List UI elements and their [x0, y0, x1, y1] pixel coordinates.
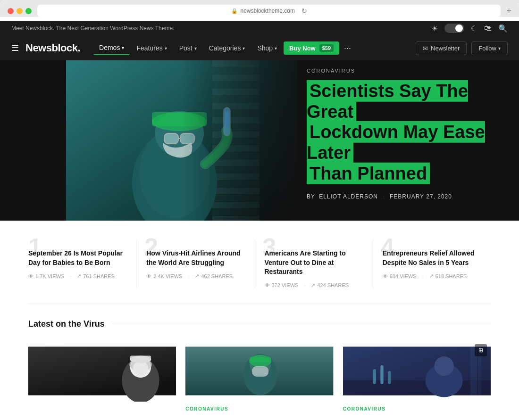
share-icon: ↗ [195, 273, 199, 279]
search-icon[interactable]: 🔍 [498, 24, 508, 33]
refresh-button[interactable]: ↻ [301, 7, 307, 15]
new-tab-button[interactable]: + [506, 6, 511, 16]
hero-title-line2: Lockdown May Ease Later [307, 121, 485, 164]
article-meta: 👁 372 VIEWS · ↗ 424 SHARES [265, 282, 363, 288]
chevron-down-icon: ▾ [498, 46, 501, 51]
topbar-icons: ☀ ☾ 🛍 🔍 [431, 24, 508, 33]
browser-titlebar: 🔒 newsblocktheme.com ↻ + [8, 5, 511, 17]
hero-title-line1: Scientists Say The Great [307, 80, 468, 123]
hero-category-tag[interactable]: CORONAVIRUS [307, 68, 486, 74]
share-icon: ↗ [429, 273, 434, 279]
browser-dots [8, 8, 32, 14]
svg-rect-31 [380, 365, 383, 384]
chevron-down-icon: ▾ [275, 46, 277, 51]
shares-count: ↗ 618 SHARES [429, 273, 467, 279]
views-count: 👁 684 VIEWS [383, 273, 417, 279]
nav-item-features[interactable]: Features ▾ [131, 41, 172, 55]
nav-item-demos[interactable]: Demos ▾ [93, 41, 130, 55]
maximize-button[interactable] [25, 8, 32, 14]
article-meta: 👁 1.7K VIEWS · ↗ 761 SHARES [28, 273, 127, 279]
list-item: ⊞ CORONAVIRUS [343, 340, 491, 412]
svg-rect-30 [373, 369, 376, 384]
browser-chrome: 🔒 newsblocktheme.com ↻ + [0, 0, 519, 17]
shopping-bag-icon[interactable]: 🛍 [484, 24, 492, 33]
article-meta: 👁 684 VIEWS · ↗ 618 SHARES [383, 273, 481, 279]
section-title: Latest on the Virus [28, 319, 105, 329]
follow-button[interactable]: Follow ▾ [471, 41, 508, 55]
nav-item-post[interactable]: Post ▾ [174, 41, 202, 55]
hero-content: CORONAVIRUS Scientists Say The Great Loc… [307, 68, 486, 200]
svg-point-34 [434, 356, 453, 376]
chevron-down-icon: ▾ [243, 46, 245, 51]
trending-body: Americans Are Starting to Venture Out to… [265, 239, 363, 288]
hero-background [66, 60, 297, 221]
eye-icon: 👁 [265, 282, 270, 288]
close-button[interactable] [8, 8, 14, 14]
eye-icon: 👁 [146, 273, 151, 279]
address-bar[interactable]: 🔒 newsblocktheme.com ↻ [37, 5, 501, 17]
thumbnails-row: CORONAVIRUS [28, 340, 491, 412]
nav-links: Demos ▾ Features ▾ Post ▾ Categories ▾ S… [93, 41, 416, 55]
article-tag[interactable]: CORONAVIRUS [185, 406, 333, 412]
hero-author[interactable]: ELLIOT ALDERSON [319, 193, 378, 200]
svg-rect-21 [130, 355, 151, 361]
article-title[interactable]: September 26 Is Most Popular Day for Bab… [28, 249, 127, 267]
gallery-icon[interactable]: ⊞ [475, 344, 487, 356]
svg-rect-26 [250, 357, 271, 362]
svg-rect-29 [343, 380, 491, 395]
article-thumbnail[interactable]: ⊞ [343, 340, 491, 402]
nav-right-actions: ✉ Newsletter Follow ▾ [416, 41, 508, 55]
thumb-image-2 [185, 340, 333, 402]
views-count: 👁 372 VIEWS [265, 282, 299, 288]
article-title[interactable]: How Virus-Hit Airlines Around the World … [146, 249, 245, 267]
trending-body: How Virus-Hit Airlines Around the World … [146, 239, 245, 279]
more-options-button[interactable]: ··· [340, 43, 355, 53]
hero-section: CORONAVIRUS Scientists Say The Great Loc… [0, 60, 519, 221]
nav-item-shop[interactable]: Shop ▾ [251, 41, 283, 55]
list-item: CORONAVIRUS [185, 340, 333, 412]
list-item: 2 How Virus-Hit Airlines Around the Worl… [137, 239, 255, 288]
list-item: 3 Americans Are Starting to Venture Out … [255, 239, 373, 288]
article-title[interactable]: Americans Are Starting to Venture Out to… [265, 249, 363, 277]
moon-icon: ☾ [471, 24, 477, 33]
article-title[interactable]: Entrepreneurs Relief Allowed Despite No … [383, 249, 481, 267]
eye-icon: 👁 [28, 273, 33, 279]
buy-price-badge: $59 [319, 44, 334, 52]
chevron-down-icon: ▾ [122, 45, 124, 50]
site-topbar: Meet Newsblock. The Next Generation Word… [0, 21, 519, 36]
hero-illustration [66, 60, 297, 221]
chevron-down-icon: ▾ [194, 46, 197, 51]
section-header: Latest on the Virus [28, 319, 491, 329]
topbar-message: Meet Newsblock. The Next Generation Word… [11, 25, 174, 32]
hero-image [66, 60, 297, 221]
shares-count: ↗ 424 SHARES [311, 282, 349, 288]
hero-title-line3: Than Planned [307, 163, 430, 184]
list-item [28, 340, 176, 412]
nav-item-categories[interactable]: Categories ▾ [203, 41, 251, 55]
buy-now-button[interactable]: Buy Now $59 [284, 41, 339, 55]
main-navigation: ☰ Newsblock. Demos ▾ Features ▾ Post ▾ C… [0, 36, 519, 60]
chevron-down-icon: ▾ [165, 46, 167, 51]
hero-title[interactable]: Scientists Say The Great Lockdown May Ea… [307, 81, 486, 184]
content-area: 1 September 26 Is Most Popular Day for B… [0, 221, 519, 420]
hamburger-icon[interactable]: ☰ [11, 43, 19, 53]
article-tag[interactable]: CORONAVIRUS [343, 406, 491, 412]
sun-icon: ☀ [431, 24, 438, 33]
minimize-button[interactable] [17, 8, 23, 14]
trending-body: September 26 Is Most Popular Day for Bab… [28, 239, 127, 279]
browser-window: 🔒 newsblocktheme.com ↻ + Meet Newsblock.… [0, 0, 519, 420]
thumb-image-1 [28, 340, 176, 402]
site-logo[interactable]: Newsblock. [25, 42, 80, 54]
envelope-icon: ✉ [423, 45, 428, 52]
shares-count: ↗ 462 SHARES [195, 273, 233, 279]
list-item: 1 September 26 Is Most Popular Day for B… [28, 239, 137, 288]
by-label: BY [307, 193, 315, 200]
article-thumbnail[interactable] [185, 340, 333, 402]
share-icon: ↗ [77, 273, 81, 279]
shares-count: ↗ 761 SHARES [77, 273, 115, 279]
svg-rect-32 [388, 371, 391, 384]
dark-mode-toggle[interactable] [444, 24, 464, 33]
newsletter-button[interactable]: ✉ Newsletter [416, 41, 467, 55]
hero-date: FEBRUARY 27, 2020 [390, 193, 452, 200]
article-thumbnail[interactable] [28, 340, 176, 402]
